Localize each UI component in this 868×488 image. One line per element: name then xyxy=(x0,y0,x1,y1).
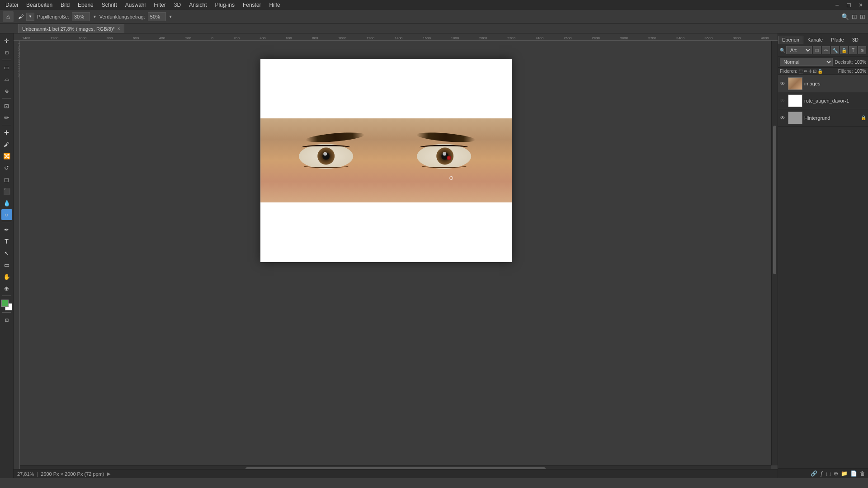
layer-item-images[interactable]: 👁 images xyxy=(778,75,868,92)
blur-tool[interactable]: 💧 xyxy=(1,197,12,208)
status-arrow[interactable]: ▶ xyxy=(107,471,111,476)
layer-group-button[interactable]: 📁 xyxy=(840,469,849,478)
ruler-mark: 2800 xyxy=(592,36,600,40)
lock-transparent-icon[interactable]: ⬚ xyxy=(799,69,803,74)
brush-tool[interactable]: 🖌 xyxy=(1,139,12,150)
menu-item-schrift[interactable]: Schrift xyxy=(98,1,121,9)
tab-pfade[interactable]: Pfade xyxy=(827,36,848,44)
canvas-viewport[interactable] xyxy=(20,41,778,472)
search-icon[interactable]: 🔍 xyxy=(841,13,849,20)
layer-style-button[interactable]: ƒ xyxy=(819,469,824,478)
tool-preset-picker[interactable]: ▼ xyxy=(26,13,34,21)
layer-visibility-eye[interactable]: 👁 xyxy=(780,80,786,87)
crop-tool[interactable]: ⊡ xyxy=(1,100,12,111)
lock-label: Fixieren: xyxy=(780,69,797,74)
hand-tool[interactable]: ✋ xyxy=(1,271,12,282)
pen-tool[interactable]: ✒ xyxy=(1,224,12,235)
layers-icon-5[interactable]: T xyxy=(849,46,857,54)
healing-brush-tool[interactable]: ✚ xyxy=(1,127,12,138)
eraser-tool[interactable]: ◻ xyxy=(1,174,12,185)
right-panel-tabs: Ebenen Kanäle Pfade 3D xyxy=(778,33,868,44)
lock-brush-icon[interactable]: ✏ xyxy=(804,69,807,74)
quick-select-tool[interactable]: ⊛ xyxy=(1,85,12,96)
eyedropper-tool[interactable]: ✏ xyxy=(1,112,12,123)
menu-item-bearbeiten[interactable]: Bearbeiten xyxy=(23,1,56,9)
menu-item-ebene[interactable]: Ebene xyxy=(74,1,97,9)
menu-item-datei[interactable]: Datei xyxy=(2,1,22,9)
tab-close-button[interactable]: × xyxy=(118,26,120,31)
canvas-area: 1400 1200 1000 800 600 400 200 0 200 400… xyxy=(14,33,778,478)
lock-move-icon[interactable]: ✛ xyxy=(808,69,812,74)
dodge-tool[interactable]: ○ xyxy=(1,209,12,220)
artboard-tool[interactable]: ⊡ xyxy=(1,47,12,58)
zoom-button[interactable]: ⊞ xyxy=(860,13,865,20)
menu-item-filter[interactable]: Filter xyxy=(150,1,170,9)
marquee-tool[interactable]: ▭ xyxy=(1,62,12,73)
tab-kanaele[interactable]: Kanäle xyxy=(803,36,827,44)
layers-icon-2[interactable]: ✏ xyxy=(822,46,830,54)
document-dimensions: 2600 Px × 2000 Px (72 ppm) xyxy=(41,471,104,477)
color-swatches[interactable] xyxy=(1,300,12,310)
minimize-button[interactable]: − xyxy=(831,1,842,9)
menu-item-fenster[interactable]: Fenster xyxy=(239,1,265,9)
lock-artboard-icon[interactable]: ⊡ xyxy=(813,69,816,74)
lock-all-icon[interactable]: 🔒 xyxy=(817,69,823,74)
quick-mask-tool[interactable]: ⊡ xyxy=(1,314,12,325)
screen-mode-button[interactable]: ⊡ xyxy=(852,13,857,20)
layer-mask-button[interactable]: ⬚ xyxy=(825,469,832,478)
layers-mode-row: Normal Deckraft: 100% xyxy=(778,56,868,68)
layer-visibility-eye-3[interactable]: 👁 xyxy=(780,115,786,121)
left-eye xyxy=(299,144,353,169)
layers-icon-3[interactable]: 🔧 xyxy=(831,46,839,54)
ruler-mark: 600 xyxy=(133,36,139,40)
tab-3d[interactable]: 3D xyxy=(848,36,863,44)
text-tool[interactable]: T xyxy=(1,236,12,247)
layers-icon-4[interactable]: 🔒 xyxy=(840,46,848,54)
tab-title: Unbenannt-1 bei 27,8% (images, RGB/8)* xyxy=(22,26,115,32)
layer-adjustment-button[interactable]: ⊕ xyxy=(833,469,839,478)
menu-item-hilfe[interactable]: Hilfe xyxy=(266,1,284,9)
layer-delete-button[interactable]: 🗑 xyxy=(859,469,866,478)
brush-size-input[interactable] xyxy=(72,12,90,21)
layer-item-rote-augen[interactable]: 👁 rote_augen_davor-1 xyxy=(778,92,868,109)
move-tool[interactable]: ✛ xyxy=(1,35,12,46)
history-brush-tool[interactable]: ↺ xyxy=(1,162,12,173)
fill-value: 100% xyxy=(854,69,866,74)
layer-item-hintergrund[interactable]: 👁 Hintergrund 🔒 xyxy=(778,109,868,127)
zoom-tool[interactable]: ⊕ xyxy=(1,283,12,294)
eyes-section xyxy=(260,118,512,202)
path-select-tool[interactable]: ↖ xyxy=(1,248,12,258)
strength-dropdown[interactable]: ▼ xyxy=(169,14,173,19)
document-tab[interactable]: Unbenannt-1 bei 27,8% (images, RGB/8)* × xyxy=(18,24,124,33)
gradient-tool[interactable]: ⬛ xyxy=(1,186,12,197)
menu-item-3d[interactable]: 3D xyxy=(170,1,184,9)
menu-item-auswahl[interactable]: Auswahl xyxy=(122,1,149,9)
layers-icon-6[interactable]: ⊛ xyxy=(858,46,866,54)
home-button[interactable]: ⌂ xyxy=(3,11,14,22)
layer-new-button[interactable]: 📄 xyxy=(849,469,858,478)
tab-ebenen[interactable]: Ebenen xyxy=(778,36,803,44)
cursor xyxy=(449,176,453,180)
ruler-mark: 4000 xyxy=(761,36,769,40)
vertical-scrollbar[interactable] xyxy=(771,41,778,465)
layers-search-row: 🔍 Art ⊡ ✏ 🔧 🔒 T ⊛ xyxy=(778,44,868,56)
tool-panel: ✛ ⊡ ▭ ⌓ ⊛ ⊡ ✏ ✚ 🖌 🔀 ↺ ◻ ⬛ 💧 ○ ✒ T ↖ ▭ ✋ … xyxy=(0,33,14,478)
layer-link-button[interactable]: 🔗 xyxy=(810,469,818,478)
shape-tool[interactable]: ▭ xyxy=(1,259,12,270)
close-button[interactable]: × xyxy=(855,1,866,9)
ruler-mark: 2600 xyxy=(564,36,572,40)
layer-thumbnail-images xyxy=(788,77,802,90)
clone-stamp-tool[interactable]: 🔀 xyxy=(1,150,12,161)
blend-mode-select[interactable]: Normal xyxy=(780,58,833,66)
filter-type-select[interactable]: Art xyxy=(786,46,812,54)
strength-input[interactable] xyxy=(148,12,166,21)
menu-item-plugins[interactable]: Plug-ins xyxy=(212,1,238,9)
opacity-value: 100% xyxy=(854,60,866,65)
layer-visibility-eye-2[interactable]: 👁 xyxy=(780,98,786,104)
maximize-button[interactable]: □ xyxy=(843,1,854,9)
layers-icon-1[interactable]: ⊡ xyxy=(813,46,821,54)
menu-item-ansicht[interactable]: Ansicht xyxy=(185,1,210,9)
lasso-tool[interactable]: ⌓ xyxy=(1,74,12,84)
brush-size-dropdown[interactable]: ▼ xyxy=(93,14,97,19)
menu-item-bild[interactable]: Bild xyxy=(57,1,73,9)
